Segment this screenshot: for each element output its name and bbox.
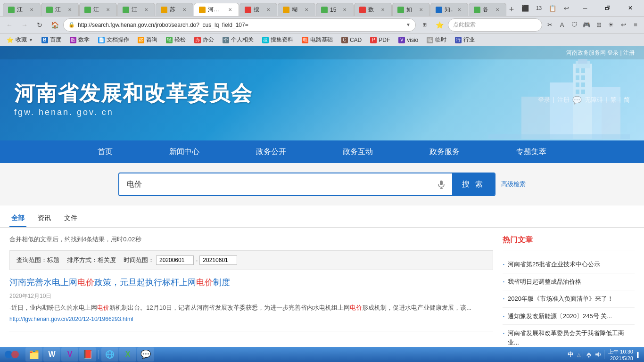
- browser-tab-12[interactable]: 知 (3 ✕: [430, 3, 468, 16]
- bm-visio[interactable]: V visio: [395, 35, 422, 45]
- nav-topics[interactable]: 专题集萃: [488, 140, 575, 163]
- tab-close-8[interactable]: ✕: [303, 6, 310, 14]
- tab-close-1[interactable]: ✕: [28, 6, 35, 14]
- browser-tab-13[interactable]: 各 ✕: [469, 3, 506, 16]
- sidebar-item-4[interactable]: 通知豫发改新能源〔2020〕245号 关...: [503, 308, 635, 325]
- taskbar-excel[interactable]: X: [119, 347, 136, 362]
- ext-scissors[interactable]: ✂: [544, 19, 555, 31]
- ext-btn-1[interactable]: ⬛: [519, 2, 531, 14]
- close-button[interactable]: ✕: [619, 1, 641, 15]
- bm-collect[interactable]: 搜 搜集资料: [258, 35, 297, 45]
- browser-tab-2[interactable]: 江 ✕: [41, 3, 79, 16]
- minimize-button[interactable]: ─: [574, 1, 596, 15]
- bm-docs[interactable]: 📄 文档操作: [94, 35, 133, 45]
- bm-pdf[interactable]: P PDF: [366, 35, 394, 45]
- bookmark-star-button[interactable]: ⭐: [433, 18, 446, 32]
- browser-tab-4[interactable]: 江 ✕: [117, 3, 155, 16]
- browser-tab-5[interactable]: 苏 ✕: [156, 3, 193, 16]
- browser-search-bar[interactable]: 点此搜索: [448, 18, 542, 32]
- tab-close-6[interactable]: ✕: [226, 6, 234, 14]
- tab-close-2[interactable]: ✕: [66, 6, 74, 14]
- bm-industry[interactable]: 行 行业: [451, 35, 479, 45]
- bm-personal[interactable]: 个 个人相关: [219, 35, 257, 45]
- nav-news[interactable]: 新闻中心: [141, 140, 228, 163]
- filter-time-to[interactable]: [199, 255, 237, 265]
- browser-tab-6[interactable]: 河南省发展和改革委员会 ✕: [194, 3, 239, 16]
- sidebar-item-1[interactable]: 河南省第25批省企业技术中心公示: [503, 256, 635, 273]
- bm-office[interactable]: 办 办公: [190, 35, 218, 45]
- tab-news[interactable]: 资讯: [36, 210, 53, 227]
- sidebar-item-3[interactable]: 2020年版《市场准入负面清单》来了！: [503, 290, 635, 308]
- ext-grid[interactable]: ⊞: [593, 19, 604, 31]
- result-title-link-1[interactable]: 河南完善水电上网电价政策，元旦起执行标杆上网电价制度: [9, 278, 230, 287]
- back-button[interactable]: ←: [3, 18, 16, 32]
- taskbar-ie[interactable]: [101, 347, 118, 362]
- dropdown-icon[interactable]: ▼: [406, 22, 411, 27]
- tab-close-3[interactable]: ✕: [104, 6, 112, 14]
- bm-consult[interactable]: 咨 咨询: [134, 35, 161, 45]
- network-icon[interactable]: [585, 351, 593, 358]
- tab-close-11[interactable]: ✕: [417, 6, 425, 14]
- refresh-button[interactable]: ↻: [33, 18, 46, 32]
- bm-temp[interactable]: 临 临时: [423, 35, 450, 45]
- tab-close-10[interactable]: ✕: [379, 6, 387, 14]
- tab-all[interactable]: 全部: [9, 210, 26, 227]
- restore-button[interactable]: 🗗: [597, 1, 619, 15]
- show-desktop[interactable]: ▌: [637, 352, 640, 357]
- browser-tab-9[interactable]: 15 ✕: [316, 3, 354, 16]
- ext-undo[interactable]: ↩: [618, 19, 629, 31]
- tab-close-13[interactable]: ✕: [494, 6, 501, 14]
- forward-button[interactable]: →: [18, 18, 31, 32]
- ext-translate[interactable]: A: [556, 19, 568, 31]
- volume-icon[interactable]: [594, 351, 602, 358]
- sidebar-item-2[interactable]: 我省明日起调整成品油价格: [503, 273, 635, 291]
- tab-files[interactable]: 文件: [62, 210, 79, 227]
- home-button[interactable]: 🏠: [48, 18, 61, 32]
- bm-favorites[interactable]: ⭐ 收藏 ▼: [3, 35, 37, 45]
- address-bar[interactable]: 🔒 http://search.fgw.henan.gov.cn/jrobot/…: [63, 18, 416, 32]
- taskbar-acrobat[interactable]: 📕: [79, 347, 96, 362]
- new-tab-button[interactable]: +: [509, 3, 514, 16]
- browser-tab-7[interactable]: 搜 ✕: [239, 3, 277, 16]
- ext-btn-3[interactable]: 📋: [546, 2, 559, 14]
- browser-tab-10[interactable]: 数 ✕: [354, 3, 392, 16]
- start-button[interactable]: [0, 347, 24, 362]
- nav-home[interactable]: 首页: [69, 140, 141, 163]
- sidebar-item-5[interactable]: 河南省发展和改革委员会关于我省降低工商业...: [503, 325, 635, 347]
- language-indicator[interactable]: 中: [566, 351, 575, 359]
- tab-close-5[interactable]: ✕: [181, 6, 188, 14]
- advanced-search-link[interactable]: 高级检索: [501, 180, 526, 189]
- taskbar-word2[interactable]: V: [61, 347, 78, 362]
- ext-menu[interactable]: ≡: [630, 19, 641, 31]
- filter-time-from[interactable]: [156, 255, 194, 265]
- browser-tab-8[interactable]: 糊 ✕: [278, 3, 315, 16]
- browser-tab-3[interactable]: 江 ✕: [79, 3, 117, 16]
- taskbar-filemanager[interactable]: 🗂️: [25, 347, 42, 362]
- bm-cad[interactable]: C CAD: [338, 35, 365, 45]
- ext-brightness[interactable]: ☀: [605, 19, 617, 31]
- taskbar-expand[interactable]: △: [577, 352, 581, 357]
- ext-btn-2[interactable]: 13: [533, 2, 545, 14]
- taskbar-clock[interactable]: 上午 10:30 2021/5/28: [606, 348, 635, 361]
- nav-interaction[interactable]: 政务互动: [314, 140, 401, 163]
- bm-baidu[interactable]: B 百度: [38, 35, 65, 45]
- nav-services[interactable]: 政务服务: [401, 140, 488, 163]
- ext-shield[interactable]: 🛡: [569, 19, 580, 31]
- bm-math[interactable]: 数 数学: [66, 35, 93, 45]
- compat-view-button[interactable]: ⊞: [418, 18, 431, 32]
- search-input[interactable]: [119, 173, 430, 195]
- bm-circuit[interactable]: 电 电路基础: [298, 35, 337, 45]
- taskbar-wechat[interactable]: 💬: [137, 347, 154, 362]
- search-button[interactable]: 搜 索: [452, 173, 495, 195]
- taskbar-word[interactable]: W: [43, 347, 60, 362]
- tab-close-4[interactable]: ✕: [142, 6, 150, 14]
- tab-close-7[interactable]: ✕: [264, 6, 272, 14]
- tab-close-12[interactable]: ✕: [455, 6, 463, 14]
- ext-game[interactable]: 🎮: [581, 19, 592, 31]
- result-url-1[interactable]: http://fgw.henan.gov.cn/2020/12-10/19662…: [9, 316, 493, 322]
- nav-affairs[interactable]: 政务公开: [228, 140, 314, 163]
- browser-tab-11[interactable]: 如 ✕: [392, 3, 430, 16]
- bm-relax[interactable]: 轻 轻松: [162, 35, 190, 45]
- tab-close-9[interactable]: ✕: [341, 6, 348, 14]
- microphone-button[interactable]: [430, 173, 452, 195]
